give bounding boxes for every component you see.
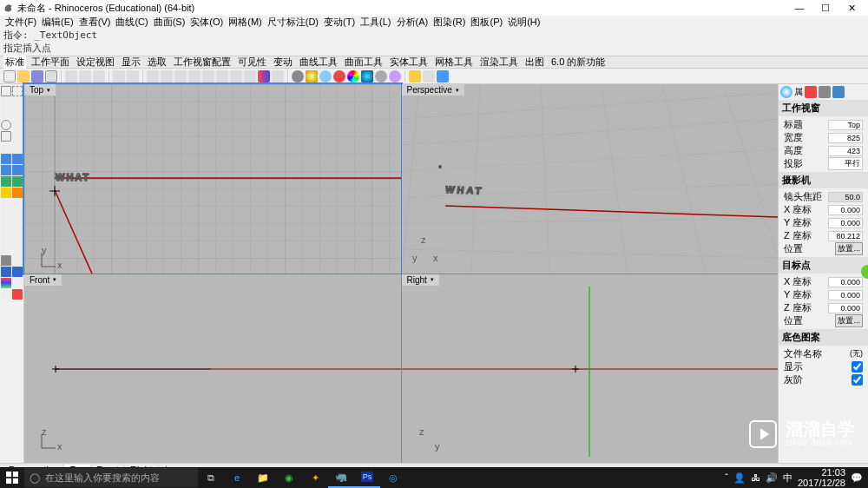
extrude-icon[interactable]	[12, 154, 23, 164]
render-preview-icon[interactable]	[319, 70, 332, 82]
options-icon[interactable]	[409, 70, 421, 82]
circle-icon[interactable]	[1, 120, 11, 130]
tab-visibility[interactable]: 可见性	[236, 56, 268, 69]
texture-icon[interactable]	[375, 70, 387, 82]
sphere-icon[interactable]	[12, 176, 23, 187]
mesh-icon[interactable]	[1, 267, 11, 277]
move-icon[interactable]	[1, 221, 11, 232]
tab-curve-tools[interactable]: 曲线工具	[298, 56, 339, 69]
tab-transform[interactable]: 变动	[272, 56, 294, 69]
tab-solid-tools[interactable]: 实体工具	[388, 56, 430, 69]
four-view-icon[interactable]	[244, 70, 256, 82]
paste-icon[interactable]	[93, 70, 105, 82]
material-icon[interactable]	[333, 70, 345, 82]
array-icon[interactable]	[1, 244, 11, 254]
line-icon[interactable]	[1, 109, 11, 119]
menu-panels[interactable]: 图板(P)	[469, 16, 504, 29]
cut-icon[interactable]	[65, 70, 77, 82]
close-button[interactable]: ✕	[838, 3, 865, 14]
menu-curve[interactable]: 曲线(C)	[114, 16, 149, 29]
snap-icon[interactable]	[12, 278, 23, 288]
tab-v6new[interactable]: 6.0 的新功能	[549, 56, 607, 69]
menu-tools[interactable]: 工具(L)	[358, 16, 392, 29]
menu-analyze[interactable]: 分析(A)	[395, 16, 431, 29]
grid-icon[interactable]	[1, 278, 11, 288]
prop-camx-value[interactable]: 0.000	[828, 205, 863, 215]
prop-camz-value[interactable]: 80.212	[828, 231, 863, 241]
menu-edit[interactable]: 编辑(E)	[40, 16, 76, 29]
box-icon[interactable]	[1, 176, 11, 187]
tab-cplane[interactable]: 工作平面	[30, 56, 71, 69]
explode-icon[interactable]	[1, 188, 11, 198]
prop-fn-value[interactable]: (无)	[850, 348, 863, 359]
prop-camy-value[interactable]: 0.000	[828, 218, 863, 228]
viewport-perspective-label[interactable]: Perspective	[402, 84, 464, 96]
prop-title-value[interactable]: Top	[828, 120, 863, 130]
panel-help-icon[interactable]	[832, 86, 845, 98]
hide-icon[interactable]	[1, 289, 11, 300]
rotate2-icon[interactable]	[12, 221, 23, 232]
scale-icon[interactable]	[1, 233, 11, 243]
color-icon[interactable]	[347, 70, 359, 82]
prop-camloc-button[interactable]: 放置...	[835, 242, 863, 255]
tray-people-icon[interactable]: 👤	[733, 472, 746, 484]
prop-projection-value[interactable]: 平行	[828, 157, 863, 170]
tab-viewport[interactable]: 工作视窗配置	[172, 56, 233, 69]
zoom-selected-icon[interactable]	[216, 70, 228, 82]
tab-surface-tools[interactable]: 曲面工具	[343, 56, 385, 69]
curve-icon[interactable]	[12, 109, 23, 119]
tab-drafting[interactable]: 出图	[523, 56, 546, 69]
tray-network-icon[interactable]: 🖧	[751, 472, 760, 483]
tab-render-tools[interactable]: 渲染工具	[478, 56, 520, 69]
layer-icon[interactable]	[389, 70, 401, 82]
properties-icon[interactable]	[423, 70, 435, 82]
open-icon[interactable]	[17, 70, 30, 82]
mirror-icon[interactable]	[12, 233, 23, 243]
prop-tgtx-value[interactable]: 0.000	[828, 277, 863, 287]
pan-icon[interactable]	[147, 70, 159, 82]
app-ps[interactable]: Ps	[354, 467, 380, 488]
search-box[interactable]: ◯ 在这里输入你要搜索的内容	[24, 468, 198, 487]
zoom-icon[interactable]	[174, 70, 187, 82]
panel-display-icon[interactable]	[819, 86, 831, 98]
trim-icon[interactable]	[1, 199, 11, 209]
tab-standard[interactable]: 标准	[3, 56, 26, 69]
start-button[interactable]	[0, 467, 24, 488]
environment-icon[interactable]	[361, 70, 373, 82]
menu-help[interactable]: 说明(H)	[506, 16, 542, 29]
clock-date[interactable]: 2017/12/28	[798, 478, 845, 488]
layer2-icon[interactable]	[12, 289, 23, 300]
app-rhino[interactable]: 🦏	[328, 467, 354, 488]
tab-mesh-tools[interactable]: 网格工具	[433, 56, 475, 69]
polyline-icon[interactable]	[12, 97, 23, 108]
revolve-icon[interactable]	[12, 165, 23, 175]
prop-tgtz-value[interactable]: 0.000	[828, 303, 863, 313]
system-tray[interactable]: ˆ 👤 🖧 🔊 中 21:03 2017/12/28 💬	[720, 467, 868, 488]
redo-icon[interactable]	[127, 70, 139, 82]
minimize-button[interactable]: —	[786, 3, 812, 14]
loft-icon[interactable]	[1, 165, 11, 175]
polygon-icon[interactable]	[12, 131, 23, 142]
prop-height-value[interactable]: 423	[828, 146, 863, 156]
print-icon[interactable]	[45, 70, 57, 82]
menu-mesh[interactable]: 网格(M)	[227, 16, 264, 29]
pointson-icon[interactable]	[12, 210, 23, 221]
app-wechat[interactable]: ◉	[276, 467, 302, 488]
surface-icon[interactable]	[1, 154, 11, 164]
command-prompt[interactable]: 指定插入点	[3, 42, 865, 55]
shade-icon[interactable]	[292, 70, 304, 82]
clock-time[interactable]: 21:03	[821, 467, 845, 478]
rebuild-icon[interactable]	[1, 210, 11, 221]
app-folder[interactable]: 📁	[250, 467, 276, 488]
new-icon[interactable]	[3, 70, 16, 82]
join-icon[interactable]	[12, 188, 23, 198]
arc-icon[interactable]	[12, 120, 23, 130]
viewport-right[interactable]: Right z y	[402, 274, 779, 464]
tray-up-icon[interactable]: ˆ	[725, 472, 728, 483]
rotate-icon[interactable]	[161, 70, 173, 82]
menu-dimension[interactable]: 尺寸标注(D)	[266, 16, 320, 29]
tray-notifications-icon[interactable]: 💬	[851, 472, 863, 484]
prop-gray-checkbox[interactable]	[852, 374, 863, 386]
viewport-perspective[interactable]: WHAT z x y Perspective	[402, 84, 779, 274]
app-360[interactable]: ✦	[302, 467, 328, 488]
